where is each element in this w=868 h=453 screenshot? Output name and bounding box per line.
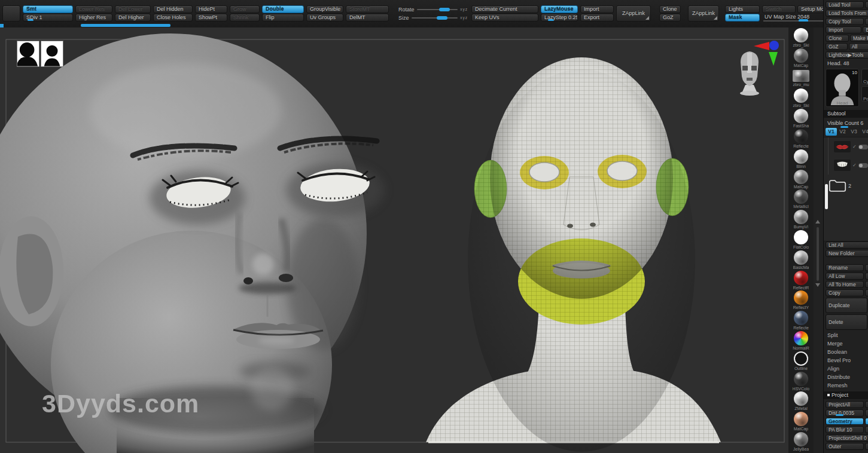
toolbar-button-lower-res[interactable]: Lower Res — [75, 5, 112, 13]
panel-item-align[interactable]: Align — [824, 365, 868, 373]
toolbar-button-showpt[interactable]: ShowPt — [195, 14, 227, 22]
panel-button-copy[interactable]: Copy — [826, 289, 864, 296]
toolbar-button-double[interactable]: Double — [262, 5, 304, 13]
alpha-thumbnails[interactable] — [17, 41, 63, 67]
tab-v3[interactable]: V3 — [848, 128, 860, 136]
panel-button-copy-tool[interactable]: Copy Tool — [826, 18, 864, 25]
toolbar-button-storemt[interactable]: StoreMT — [346, 5, 389, 13]
toolbar-button-del-lower[interactable]: Del Lower — [115, 5, 151, 13]
material-item-outline[interactable]: Outline — [788, 351, 814, 372]
panel-button-lightbox-tools[interactable]: Lightbox▶Tools — [826, 51, 868, 59]
toolbar-button-import[interactable]: Import — [580, 5, 614, 13]
panel-button-far[interactable]: Far — [865, 426, 868, 433]
material-item-basicma[interactable]: BasicMa — [788, 250, 814, 271]
panel-item-split[interactable]: Split — [824, 331, 868, 339]
material-item-reflecte[interactable]: Reflecte — [788, 129, 814, 149]
material-item-reflectr[interactable]: ReflectR — [788, 271, 814, 291]
panel-button-dist-0-0035[interactable]: Dist 0.0035 — [826, 409, 864, 417]
material-item-metallici[interactable]: MetallicI — [788, 189, 814, 210]
toolbar-button-del-hidden[interactable]: Del Hidden — [153, 5, 193, 13]
panel-button-goz[interactable]: GoZ — [826, 43, 848, 50]
panel-button-pa-blur-10[interactable]: PA Blur 10 — [826, 426, 864, 433]
slider-handle[interactable] — [548, 19, 554, 21]
slider-handle[interactable] — [799, 19, 808, 22]
material-item-zmetal[interactable]: ZMetal — [788, 391, 814, 412]
toolbar-button-goz[interactable]: GoZ — [659, 14, 681, 22]
material-item-normalr[interactable]: NormalR — [788, 331, 814, 351]
toolbar-button-lazystep-0-25[interactable]: LazyStep 0.25 — [541, 14, 578, 22]
toolbar-blank-button[interactable] — [2, 5, 20, 22]
scroll-thumb[interactable] — [817, 227, 819, 281]
material-item-zbro-mu[interactable]: zbro_mu — [788, 69, 814, 89]
toolbar-slider-rotate[interactable]: Rotatexyz — [397, 5, 469, 13]
panel-button-make-poly[interactable]: Make Poly — [850, 35, 868, 42]
toolbar-button-hidept[interactable]: HidePt — [195, 5, 227, 13]
panel-button-geometry[interactable]: Geometry — [826, 418, 864, 425]
alpha-thumbnail-2[interactable] — [41, 41, 63, 67]
tab-v1[interactable]: V1 — [826, 128, 837, 136]
material-item-bumpvi[interactable]: BumpVi — [788, 210, 814, 230]
panel-button-pr[interactable]: Pr — [865, 401, 868, 408]
material-item-fastsha[interactable]: FastSha — [788, 109, 814, 129]
panel-item-boolean[interactable]: Boolean — [824, 348, 868, 356]
material-item-reflecte[interactable]: Reflecte — [788, 311, 814, 331]
panel-button-rename[interactable]: Rename — [826, 264, 864, 271]
check-icon[interactable]: ✓ — [852, 163, 857, 168]
canvas-viewport[interactable]: 3Dyyds.com — [0, 27, 788, 453]
toolbar-button-grow[interactable]: Grow — [230, 5, 260, 13]
section-header-project[interactable]: Project — [824, 391, 868, 399]
panel-button-duplicate[interactable]: Duplicate — [826, 298, 867, 313]
panel-button-projectionshell-0[interactable]: ProjectionShell 0 — [826, 434, 868, 442]
toolbar-button-lights[interactable]: Lights — [725, 5, 760, 13]
panel-item-merge[interactable]: Merge — [824, 339, 868, 348]
toolbar-slider-size[interactable]: Sizexyz — [397, 14, 469, 22]
toolbar-button-export[interactable]: Export — [580, 14, 614, 22]
material-item-matcap[interactable]: MatCap — [788, 48, 814, 69]
panel-button-au[interactable]: Au — [865, 264, 868, 271]
material-item-flatcolo[interactable]: FlatColo — [788, 230, 814, 250]
toolbar-slider-bar[interactable] — [81, 24, 170, 27]
panel-button-clone[interactable]: Clone — [826, 35, 849, 42]
toolbar-button-flip[interactable]: Flip — [262, 14, 304, 22]
panel-button-exp[interactable]: Exp — [863, 26, 868, 33]
tab-v2[interactable]: V2 — [837, 128, 848, 136]
toolbar-button-sdiv-1[interactable]: SDiv 1 — [23, 14, 73, 22]
panel-button-list-all[interactable]: List All — [826, 241, 868, 249]
material-item-matcap[interactable]: MatCap — [788, 412, 814, 432]
toolbar-button-clone[interactable]: Clone — [659, 5, 681, 13]
visibility-toggle[interactable] — [858, 163, 868, 168]
check-icon[interactable]: ✓ — [852, 144, 857, 149]
panel-button-all[interactable]: All — [865, 273, 868, 280]
panel-button-load-tool[interactable]: Load Tool — [826, 1, 864, 8]
panel-button-pa[interactable]: Pa — [865, 18, 868, 25]
tray-scrollbar[interactable] — [814, 27, 823, 453]
material-item-hsvcolo[interactable]: HSVColo — [788, 372, 814, 392]
panel-button-load-tools-from-pro[interactable]: Load Tools From Pro — [826, 10, 868, 17]
material-item-reflecty[interactable]: ReflectY — [788, 290, 814, 311]
panel-button-delete[interactable]: Delete — [826, 314, 867, 330]
panel-item-bevel-pro[interactable]: Bevel Pro — [824, 356, 868, 365]
toolbar-button-mask[interactable]: Mask — [725, 14, 760, 22]
toolbar-button-lazymouse[interactable]: LazyMouse — [541, 5, 578, 13]
section-header-subtool[interactable]: Subtool — [824, 110, 868, 118]
material-item-matcap[interactable]: MatCap — [788, 170, 814, 190]
slider-handle[interactable] — [840, 126, 848, 128]
material-item-zbro-ski[interactable]: zbro_Ski — [788, 88, 814, 109]
subtool-item-tee[interactable]: ✓Tee — [828, 156, 868, 175]
subtool-item-tong[interactable]: ✓Tong — [828, 137, 868, 156]
toolbar-button-decimate-current[interactable]: Decimate Current — [471, 5, 538, 13]
slider-track[interactable] — [417, 9, 458, 10]
toolbar-button-close-holes[interactable]: Close Holes — [153, 14, 193, 22]
toolbar-button-smt[interactable]: Smt — [23, 5, 73, 13]
panel-button-new-folder[interactable]: New Folder — [826, 250, 868, 257]
panel-button-sav[interactable]: Sav — [865, 1, 868, 8]
panel-button-all-to-home[interactable]: All To Home — [826, 281, 864, 288]
slider-handle[interactable] — [439, 8, 450, 11]
panel-button-outer[interactable]: Outer — [826, 443, 864, 450]
scroll-down-arrow[interactable] — [815, 283, 820, 287]
tab-v4[interactable]: V4 — [860, 128, 868, 136]
active-tool-thumbnail[interactable]: 10Head — [826, 69, 859, 107]
toolbar-button-shrink[interactable]: Shrink — [230, 14, 260, 22]
subtool-item-hair[interactable]: 2Hair — [824, 175, 868, 197]
toolbar-button-higher-res[interactable]: Higher Res — [75, 14, 112, 22]
